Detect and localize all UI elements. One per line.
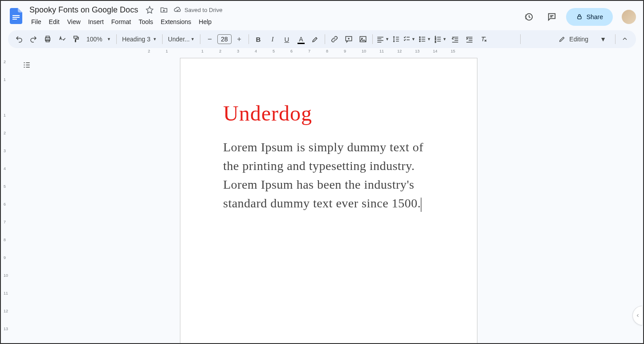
svg-rect-8 [74,36,77,38]
undo-button[interactable] [12,32,26,46]
horizontal-ruler[interactable]: 21123456789101112131415 [14,48,643,55]
menu-bar: File Edit View Insert Format Tools Exten… [28,16,516,28]
body-text[interactable]: Lorem Ipsum is simply dummy text of the … [223,138,434,213]
svg-rect-1 [12,17,20,18]
font-dropdown[interactable]: Under... ▼ [165,32,197,46]
menu-tools[interactable]: Tools [135,16,157,27]
line-spacing-dropdown[interactable] [391,32,401,46]
numbered-list-dropdown[interactable]: 123 ▼ [433,32,448,46]
font-size-input[interactable] [217,34,232,44]
history-icon[interactable] [520,8,538,26]
menu-insert[interactable]: Insert [85,16,107,27]
increase-font-size-button[interactable] [232,32,246,46]
menu-file[interactable]: File [28,16,45,27]
move-icon[interactable] [159,5,168,14]
menu-view[interactable]: View [64,16,84,27]
chevron-down-icon: ▼ [600,36,606,43]
bullet-list-dropdown[interactable]: ▼ [417,32,432,46]
chevron-down-icon: ▼ [412,37,416,41]
save-status-text: Saved to Drive [184,7,222,13]
title-bar: Spooky Fonts on Google Docs Saved to Dri… [1,1,643,28]
checklist-dropdown[interactable]: ▼ [402,32,416,46]
chevron-down-icon: ▼ [443,37,447,41]
share-label: Share [587,13,603,20]
svg-rect-6 [46,36,49,38]
text-cursor [421,198,421,212]
svg-rect-2 [12,19,17,20]
toolbar: 100% ▼ Heading 3 ▼ Under... ▼ B I U [8,30,636,48]
menu-edit[interactable]: Edit [45,16,63,27]
menu-help[interactable]: Help [195,16,215,27]
svg-point-13 [419,39,420,40]
chevron-down-icon: ▼ [107,37,111,41]
svg-point-11 [362,38,363,39]
align-dropdown[interactable]: ▼ [375,32,390,46]
highlight-button[interactable] [309,32,322,46]
svg-point-12 [419,36,420,37]
svg-point-14 [419,40,420,41]
insert-comment-button[interactable] [342,32,355,46]
comments-icon[interactable] [543,8,561,26]
menu-extensions[interactable]: Extensions [157,16,195,27]
svg-rect-0 [12,15,20,16]
underline-button[interactable]: U [280,32,293,46]
paragraph-style-value: Heading 3 [122,36,151,43]
save-status[interactable]: Saved to Drive [174,6,222,14]
spellcheck-button[interactable] [55,32,69,46]
svg-text:3: 3 [435,40,436,43]
paragraph-style-dropdown[interactable]: Heading 3 ▼ [119,32,159,46]
zoom-dropdown[interactable]: 100% ▼ [84,32,114,46]
chevron-down-icon: ▼ [385,37,389,41]
collapse-toolbar-button[interactable] [618,32,632,46]
font-value: Under... [168,36,190,43]
insert-image-button[interactable] [356,32,370,46]
insert-link-button[interactable] [328,32,341,46]
heading-text[interactable]: Underdog [223,101,434,125]
chevron-down-icon: ▼ [191,37,195,41]
avatar[interactable] [622,10,636,24]
editing-mode-dropdown[interactable]: Editing ▼ [552,32,612,46]
paint-format-button[interactable] [69,32,83,46]
editing-mode-label: Editing [569,36,588,43]
decrease-indent-button[interactable] [448,32,462,46]
svg-rect-4 [578,16,581,19]
redo-button[interactable] [27,32,40,46]
increase-indent-button[interactable] [463,32,476,46]
share-button[interactable]: Share [566,8,613,26]
text-color-button[interactable]: A [294,32,308,46]
docs-logo[interactable] [8,4,24,26]
italic-button[interactable]: I [266,32,279,46]
decrease-font-size-button[interactable] [203,32,216,46]
zoom-value: 100% [86,36,106,43]
clear-formatting-button[interactable] [477,32,490,46]
chevron-down-icon: ▼ [427,37,431,41]
vertical-ruler[interactable]: 2112345678910111213 [1,55,14,343]
print-button[interactable] [41,32,54,46]
document-title[interactable]: Spooky Fonts on Google Docs [28,5,140,15]
star-icon[interactable] [145,5,154,14]
document-scroll-area[interactable]: Underdog Lorem Ipsum is simply dummy tex… [14,55,643,343]
document-page[interactable]: Underdog Lorem Ipsum is simply dummy tex… [180,58,477,343]
menu-format[interactable]: Format [108,16,135,27]
bold-button[interactable]: B [252,32,265,46]
chevron-down-icon: ▼ [153,37,157,41]
outline-toggle-icon[interactable] [20,59,33,71]
